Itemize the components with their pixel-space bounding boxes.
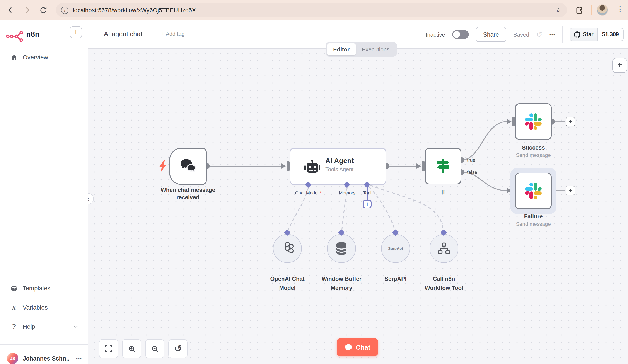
github-star-widget[interactable]: Star 51,309	[570, 28, 624, 41]
browser-forward-button[interactable]	[20, 3, 33, 16]
bookmark-star-icon[interactable]: ☆	[555, 6, 562, 14]
user-name: Johannes Schn...	[23, 355, 70, 362]
add-workflow-button[interactable]: +	[70, 26, 82, 38]
help-question-icon: ?	[9, 323, 18, 330]
browser-back-button[interactable]	[4, 3, 17, 16]
screen: i localhost:5678/workflow/xWy6Oj5TBEUHzo…	[0, 0, 628, 364]
chevron-down-icon	[73, 324, 78, 329]
port-label-tool: Tool	[341, 190, 393, 195]
sidebar-divider	[0, 344, 88, 345]
sidebar-item-label: Help	[23, 323, 35, 330]
if-signpost-icon	[434, 157, 453, 175]
browser-reload-button[interactable]	[37, 3, 50, 16]
zoom-out-icon	[151, 345, 159, 353]
url-text: localhost:5678/workflow/xWy6Oj5TBEUHzo5X	[73, 7, 196, 13]
add-next-node-button[interactable]: +	[566, 186, 575, 195]
forward-arrow-icon	[22, 6, 31, 14]
sidebar: n8n + Overview Templates x Variables ? H…	[0, 20, 88, 364]
share-button[interactable]: Share	[476, 27, 506, 42]
node-subtitle: Tools Agent	[325, 166, 353, 173]
node-serpapi[interactable]: SerpApi	[381, 234, 410, 263]
zoom-to-fit-button[interactable]	[99, 339, 118, 358]
chat-bubble-icon	[344, 344, 352, 351]
tab-executions[interactable]: Executions	[356, 43, 395, 55]
sidebar-item-label: Overview	[23, 54, 48, 61]
zoom-in-button[interactable]	[122, 339, 141, 358]
toggle-knob	[453, 31, 460, 38]
add-tag-button[interactable]: + Add tag	[161, 31, 184, 37]
node-label: Call n8n Workflow Tool	[409, 274, 479, 292]
tab-editor[interactable]: Editor	[327, 43, 356, 55]
node-call-n8n-workflow-tool[interactable]	[430, 234, 458, 263]
output-label-false: false	[467, 170, 477, 175]
home-icon	[9, 53, 18, 61]
node-window-buffer-memory[interactable]	[327, 234, 356, 263]
add-next-node-button[interactable]: +	[566, 117, 575, 126]
site-info-icon[interactable]: i	[61, 6, 69, 14]
node-label: Failure	[498, 213, 568, 220]
sidebar-item-variables[interactable]: x Variables	[4, 300, 84, 315]
workflow-title[interactable]: AI agent chat	[104, 30, 142, 37]
sidebar-item-templates[interactable]: Templates	[4, 281, 84, 295]
templates-box-icon	[9, 285, 18, 292]
browser-menu-button[interactable]: ⋮	[616, 5, 625, 13]
view-tabs: Editor Executions	[326, 42, 397, 57]
trigger-bolt-icon	[159, 160, 166, 173]
back-arrow-icon	[6, 6, 15, 14]
node-openai-chat-model[interactable]	[273, 234, 302, 263]
chat-button[interactable]: Chat	[337, 338, 378, 356]
database-icon	[335, 241, 348, 255]
node-sublabel: Send message	[498, 221, 568, 227]
reload-icon	[39, 6, 47, 14]
brand-row: n8n +	[0, 26, 88, 46]
github-star-label: Star	[583, 31, 594, 37]
github-star-count[interactable]: 51,309	[598, 28, 623, 41]
node-label: When chat message received	[144, 187, 232, 201]
reset-icon: ↺	[174, 344, 182, 354]
add-node-button[interactable]: +	[612, 58, 627, 73]
zoom-in-icon	[128, 345, 136, 353]
serpapi-logo: SerpApi	[388, 246, 403, 251]
add-tool-button[interactable]: +	[363, 200, 372, 208]
workflow-more-button[interactable]: •••	[550, 32, 555, 37]
browser-profile-avatar[interactable]	[597, 4, 608, 16]
activation-toggle[interactable]	[452, 30, 469, 39]
node-ai-agent[interactable]: AI Agent Tools Agent	[290, 148, 386, 185]
extensions-button[interactable]	[573, 3, 586, 16]
address-bar[interactable]: i localhost:5678/workflow/xWy6Oj5TBEUHzo…	[56, 3, 567, 17]
robot-icon	[303, 159, 322, 176]
chat-button-label: Chat	[356, 344, 371, 351]
user-more-button[interactable]: •••	[76, 356, 82, 361]
node-sublabel: Send message	[498, 152, 568, 158]
variables-x-icon: x	[9, 303, 18, 312]
sitemap-icon	[437, 242, 451, 255]
saved-status: Saved	[513, 31, 529, 38]
history-icon[interactable]: ↺	[536, 30, 543, 39]
puzzle-icon	[575, 6, 583, 14]
workflow-canvas[interactable]: ‹ + When chat message received	[88, 49, 628, 364]
sidebar-item-label: Templates	[23, 285, 51, 292]
activation-status-label: Inactive	[426, 31, 445, 38]
node-title: AI Agent	[325, 157, 354, 165]
slack-icon	[525, 113, 542, 130]
sidebar-item-help[interactable]: ? Help	[4, 319, 84, 334]
fit-view-icon	[105, 345, 113, 353]
n8n-logo-icon[interactable]	[6, 30, 24, 44]
node-label: Success	[498, 144, 568, 151]
openai-icon	[280, 241, 295, 256]
chat-trigger-icon	[175, 155, 201, 177]
reset-zoom-button[interactable]: ↺	[168, 339, 187, 358]
toolbar-divider	[591, 5, 592, 15]
github-octocat-icon	[574, 31, 581, 38]
zoom-out-button[interactable]	[145, 339, 164, 358]
sidebar-item-overview[interactable]: Overview	[4, 50, 84, 65]
sidebar-item-label: Variables	[23, 304, 48, 311]
github-star-button[interactable]: Star	[570, 28, 598, 41]
brand-name: n8n	[26, 30, 40, 39]
user-avatar[interactable]: JS	[7, 353, 18, 364]
user-menu[interactable]: JS Johannes Schn... •••	[4, 350, 84, 364]
node-label: If	[421, 188, 465, 196]
browser-toolbar: i localhost:5678/workflow/xWy6Oj5TBEUHzo…	[0, 0, 628, 20]
header-divider	[562, 26, 563, 43]
slack-icon	[525, 182, 542, 200]
